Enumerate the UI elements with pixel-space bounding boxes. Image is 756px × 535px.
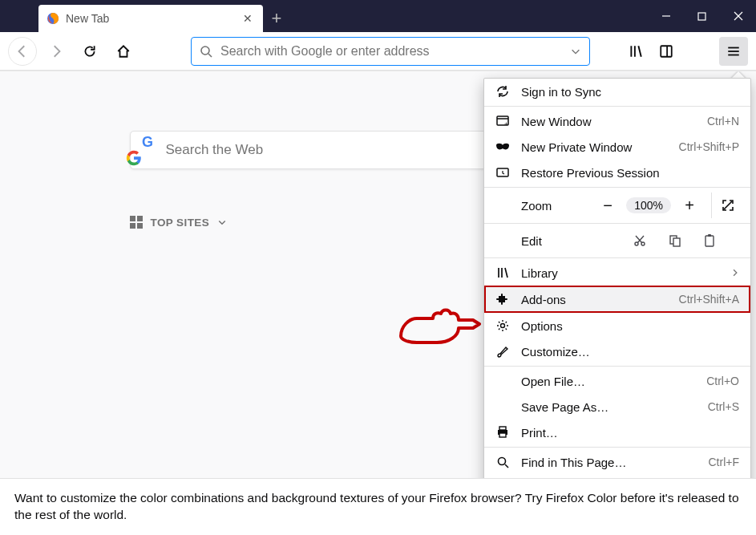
nav-toolbar: [0, 32, 756, 71]
app-menu: Sign in to Sync + New Window Ctrl+N New …: [483, 78, 751, 501]
chevron-down-icon[interactable]: [570, 46, 581, 57]
menu-options[interactable]: Options: [484, 313, 750, 338]
svg-point-5: [201, 47, 209, 55]
tab-strip: New Tab ✕ +: [38, 0, 290, 32]
new-tab-button[interactable]: +: [263, 5, 290, 32]
top-sites-label: TOP SITES: [151, 217, 210, 229]
tab-new-tab[interactable]: New Tab ✕: [38, 5, 263, 32]
menu-save-page-as[interactable]: Save Page As… Ctrl+S: [484, 394, 750, 419]
paste-button[interactable]: [704, 234, 739, 247]
app-menu-button[interactable]: [719, 37, 748, 66]
url-bar[interactable]: [191, 37, 590, 66]
chevron-right-icon: [731, 269, 739, 277]
mask-icon: [495, 140, 510, 154]
close-icon[interactable]: ✕: [241, 12, 255, 25]
svg-line-29: [505, 268, 507, 278]
library-icon: [495, 265, 510, 280]
menu-addons[interactable]: Add-ons Ctrl+Shift+A: [484, 286, 750, 313]
svg-rect-26: [708, 234, 711, 237]
menu-edit-row: Edit: [484, 225, 750, 256]
svg-text:G: G: [142, 134, 153, 150]
svg-rect-24: [673, 238, 680, 246]
sync-icon: [495, 84, 510, 99]
svg-point-34: [499, 458, 506, 465]
menu-zoom-row: Zoom − 100% +: [484, 189, 750, 221]
fullscreen-button[interactable]: [722, 199, 742, 212]
menu-sign-in-sync[interactable]: Sign in to Sync: [484, 79, 750, 104]
svg-rect-31: [499, 427, 506, 430]
url-input[interactable]: [220, 44, 562, 59]
print-icon: [495, 425, 510, 440]
brush-icon: [495, 344, 510, 359]
svg-rect-25: [705, 236, 714, 246]
menu-find-in-page[interactable]: Find in This Page… Ctrl+F: [484, 449, 750, 475]
search-icon: [200, 45, 212, 58]
menu-print[interactable]: Print…: [484, 419, 750, 445]
firefox-icon: [46, 12, 59, 25]
zoom-out-button[interactable]: −: [599, 197, 617, 215]
chevron-down-icon[interactable]: [217, 217, 227, 227]
google-icon: G: [142, 134, 158, 166]
menu-open-file[interactable]: Open File… Ctrl+O: [484, 368, 750, 394]
svg-rect-2: [698, 13, 705, 20]
pointing-hand-annotation: [393, 304, 481, 352]
zoom-level[interactable]: 100%: [626, 197, 671, 213]
menu-new-window[interactable]: + New Window Ctrl+N: [484, 108, 750, 134]
menu-library[interactable]: Library: [484, 260, 750, 286]
grid-icon: [130, 216, 143, 229]
close-window-button[interactable]: [720, 0, 756, 32]
search-icon: [495, 455, 510, 469]
back-button[interactable]: [8, 37, 37, 66]
menu-customize[interactable]: Customize…: [484, 338, 750, 364]
menu-restore-session[interactable]: Restore Previous Session: [484, 160, 750, 185]
svg-line-9: [638, 46, 641, 57]
restore-icon: [495, 165, 510, 180]
reload-button[interactable]: [75, 37, 104, 66]
titlebar: New Tab ✕ +: [0, 0, 756, 32]
svg-line-6: [208, 54, 212, 57]
library-button[interactable]: [621, 37, 650, 66]
menu-new-private-window[interactable]: New Private Window Ctrl+Shift+P: [484, 134, 750, 160]
maximize-button[interactable]: [684, 0, 720, 32]
content-area: G TOP SITES Sign in to Sync + New Window…: [0, 71, 756, 535]
svg-point-30: [501, 324, 505, 328]
gear-icon: [495, 318, 510, 333]
svg-text:+: +: [504, 120, 508, 128]
home-button[interactable]: [109, 37, 138, 66]
footer-snippet: Want to customize the color combinations…: [0, 478, 756, 535]
sidebar-button[interactable]: [652, 37, 681, 66]
forward-button[interactable]: [42, 37, 71, 66]
svg-line-35: [505, 464, 508, 468]
zoom-in-button[interactable]: +: [681, 197, 698, 215]
window-controls: [648, 0, 756, 32]
window-icon: +: [495, 114, 510, 128]
minimize-button[interactable]: [648, 0, 684, 32]
copy-button[interactable]: [669, 234, 704, 247]
puzzle-icon: [495, 292, 510, 306]
cut-button[interactable]: [633, 234, 669, 247]
svg-rect-10: [661, 46, 672, 57]
svg-rect-33: [499, 433, 506, 437]
tab-title: New Tab: [66, 12, 234, 25]
